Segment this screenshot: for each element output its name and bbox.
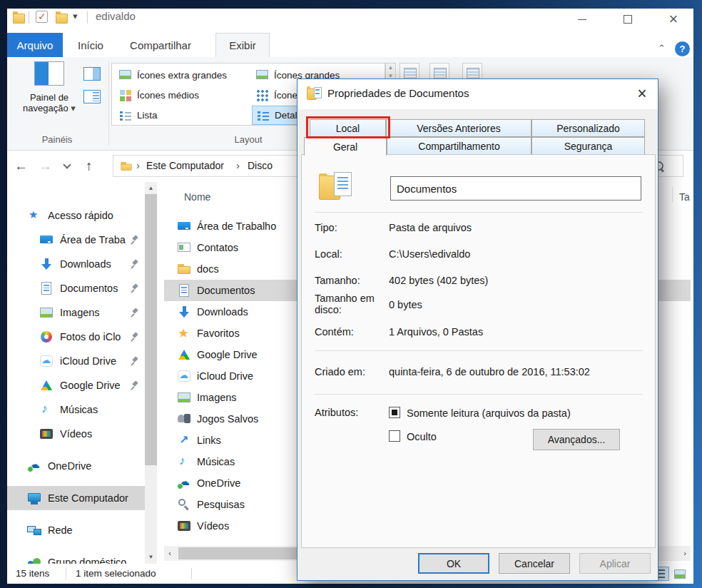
tab-exibir[interactable]: Exibir — [215, 33, 270, 57]
sidebar-item-documentos[interactable]: Documentos — [7, 276, 145, 300]
sidebar-item-downloads[interactable]: Downloads — [7, 252, 145, 276]
sidebar-item-acesso-r-pido[interactable]: Acesso rápido — [7, 203, 145, 228]
sidebar-item-label: Este Computador — [48, 492, 128, 504]
dialog-close-icon[interactable] — [632, 83, 652, 103]
folder-name-input[interactable] — [390, 176, 641, 201]
sidebar-item-label: Área de Traba — [60, 234, 126, 245]
scroll-up-icon[interactable]: ▲ — [145, 185, 157, 191]
titlebar-divider — [29, 11, 29, 24]
scroll-right-icon[interactable]: › — [679, 546, 691, 561]
preview-pane-button[interactable] — [81, 64, 103, 83]
breadcrumb-chevron-icon[interactable] — [236, 159, 240, 171]
desktop-icon — [177, 219, 191, 233]
collapse-ribbon-icon[interactable]: ⌃ — [658, 43, 666, 54]
titlebar-divider — [87, 11, 88, 24]
sidebar-item-este-computador[interactable]: Este Computador — [7, 486, 145, 510]
quick-access-toolbar-dropdown-icon[interactable] — [73, 10, 78, 21]
dialog-tab-compartilhamento[interactable]: Compartilhamento — [387, 137, 531, 155]
sidebar-item-m-sicas[interactable]: Músicas — [7, 397, 145, 422]
apply-button[interactable]: Aplicar — [579, 553, 651, 574]
dialog-tab-seguran-a[interactable]: Segurança — [531, 137, 645, 155]
dialog-tab-vers-es-anteriores[interactable]: Versões Anteriores — [386, 119, 531, 137]
field-label: Contém: — [315, 326, 387, 338]
scrollbar-thumb[interactable] — [145, 194, 157, 465]
layout-option-lista[interactable]: Lista — [115, 106, 158, 125]
sidebar-item-onedrive[interactable]: OneDrive — [7, 454, 145, 478]
app-folder-icon — [13, 14, 24, 24]
details-pane-button[interactable] — [81, 87, 103, 106]
quick-access-properties-icon[interactable] — [36, 11, 48, 23]
quick-icon — [27, 208, 41, 223]
navigation-pane-button[interactable]: Painel de navegação — [16, 61, 83, 130]
tab-inicio[interactable]: Início — [68, 33, 113, 57]
divider — [315, 394, 643, 395]
field-value: 1 Arquivos, 0 Pastas — [389, 326, 483, 338]
video-icon — [39, 427, 54, 441]
g4-icon — [118, 108, 133, 123]
group-label-paineis: Painéis — [7, 134, 107, 145]
sidebar-scrollbar[interactable]: ▲ ▼ — [145, 182, 157, 564]
column-header-name[interactable]: Nome — [184, 191, 210, 203]
thumbnails-view-icon — [674, 569, 686, 579]
thumbnails-view-button[interactable] — [671, 567, 689, 581]
column-header-size[interactable]: Ta — [679, 191, 690, 203]
maximize-button[interactable] — [614, 9, 642, 30]
icloud-icon — [177, 369, 191, 383]
status-divider — [66, 568, 66, 579]
layout-option-label: Lista — [137, 110, 158, 121]
ok-button[interactable]: OK — [418, 553, 489, 574]
breadcrumb-disk[interactable]: Disco — [248, 160, 273, 171]
layout-option--cones-m-dios[interactable]: Ícones médios — [115, 86, 199, 105]
sidebar-item-icloud-drive[interactable]: iCloud Drive — [7, 349, 145, 373]
breadcrumb-root[interactable]: Este Computador — [146, 160, 224, 171]
help-icon[interactable] — [675, 41, 690, 56]
advanced-button[interactable]: Avançados... — [533, 429, 620, 450]
readonly-label: Somente leitura (arquivos da pasta) — [407, 407, 571, 419]
hidden-checkbox[interactable] — [389, 430, 400, 442]
sidebar-item-label: OneDrive — [48, 460, 91, 472]
annotation-local-highlight — [306, 116, 390, 138]
sidebar-item-grupo-dom-stico[interactable]: Grupo doméstico — [7, 550, 145, 564]
pin-icon — [130, 235, 140, 245]
field-label: Local: — [315, 248, 387, 260]
dialog-tab-personalizado[interactable]: Personalizado — [531, 119, 645, 137]
folder-icon — [177, 262, 191, 276]
field-value: C:\Users\edivaldo — [389, 248, 470, 260]
layout-option--cones-extra-grandes[interactable]: Ícones extra grandes — [115, 66, 227, 85]
close-button[interactable] — [659, 9, 688, 30]
sidebar-item-label: Fotos do iClo — [60, 331, 121, 343]
navigation-sidebar: Acesso rápidoÁrea de TrabaDownloadsDocum… — [7, 182, 145, 564]
pin-icon — [130, 259, 140, 269]
sidebar-item-fotos-do-iclo[interactable]: Fotos do iClo — [7, 325, 145, 349]
back-icon[interactable]: ← — [14, 159, 28, 173]
quick-access-folder-icon[interactable] — [56, 14, 67, 24]
file-name: Jogos Salvos — [197, 413, 258, 425]
file-name: docs — [197, 263, 219, 275]
sidebar-item-label: Vídeos — [60, 428, 92, 440]
tab-arquivo[interactable]: Arquivo — [7, 33, 63, 57]
readonly-checkbox[interactable] — [389, 407, 400, 418]
status-item-count: 15 itens — [16, 568, 49, 579]
sidebar-item-v-deos[interactable]: Vídeos — [7, 422, 145, 446]
cancel-button[interactable]: Cancelar — [499, 553, 570, 574]
properties-dialog: Propriedades de Documentos LocalVersões … — [297, 78, 658, 581]
navigation-pane-label: Painel de — [30, 92, 68, 103]
scroll-left-icon[interactable]: ‹ — [164, 546, 176, 561]
scroll-down-icon[interactable]: ▼ — [145, 554, 157, 560]
pin-icon — [130, 356, 140, 366]
tab-compartilhar[interactable]: Compartilhar — [118, 33, 203, 57]
sidebar-item--rea-de-traba[interactable]: Área de Traba — [7, 228, 145, 252]
breadcrumb-chevron-icon[interactable] — [136, 159, 140, 171]
gdrive-icon — [177, 348, 191, 362]
up-icon[interactable]: ↑ — [86, 159, 93, 173]
dialog-tab-geral[interactable]: Geral — [304, 137, 387, 156]
column-divider[interactable] — [672, 187, 673, 203]
iphotos-icon — [39, 330, 54, 344]
sidebar-item-google-drive[interactable]: Google Drive — [7, 373, 145, 397]
status-divider — [191, 568, 192, 579]
network-icon — [27, 523, 41, 537]
sidebar-item-imagens[interactable]: Imagens — [7, 300, 145, 325]
sidebar-item-rede[interactable]: Rede — [7, 518, 145, 542]
gdrive-icon — [39, 378, 54, 392]
minimize-button[interactable] — [568, 9, 596, 30]
